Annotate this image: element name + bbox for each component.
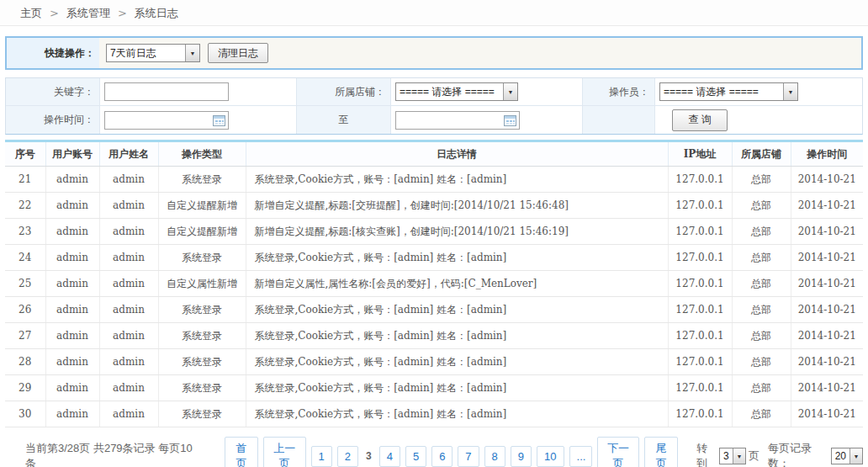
operator-select[interactable]: ===== 请选择 ===== ▼: [659, 82, 798, 101]
quick-actions-bar: 快捷操作： 7天前日志 ▼ 清理日志: [5, 36, 863, 70]
table-row: 29adminadmin系统登录系统登录,Cookie方式，账号：[admin]…: [5, 375, 863, 401]
calendar-icon[interactable]: [213, 114, 225, 126]
goto-page-select-value: 3: [720, 450, 733, 462]
table-row: 25adminadmin自定义属性新增新增自定义属性,属性名称:[会员的爱好]，…: [5, 271, 863, 297]
page-size-select-value: 20: [832, 450, 849, 462]
goto-label: 转到: [696, 441, 717, 467]
time-to-label: 至: [297, 106, 391, 134]
table-cell: 127.0.0.1: [668, 193, 732, 219]
shop-select[interactable]: ===== 请选择 ===== ▼: [395, 82, 518, 101]
table-cell: 25: [5, 271, 45, 297]
table-cell: 总部: [732, 167, 791, 193]
chevron-down-icon: ▼: [185, 45, 199, 61]
table-cell: admin: [99, 297, 158, 323]
table-cell: 22: [5, 193, 45, 219]
table-row: 23adminadmin自定义提醒新增新增自定义提醒,标题:[核实查账]，创建时…: [5, 219, 863, 245]
column-header: IP地址: [668, 141, 732, 167]
page-number-button[interactable]: 6: [431, 446, 453, 467]
goto-page-select[interactable]: 3 ▼: [719, 448, 746, 464]
table-cell: admin: [99, 375, 158, 401]
table-cell: 系统登录,Cookie方式，账号：[admin] 姓名：[admin]: [246, 167, 668, 193]
time-from-cell: [100, 106, 297, 134]
breadcrumb-system-log[interactable]: 系统日志: [135, 7, 178, 19]
page-number-button[interactable]: 1: [311, 446, 332, 467]
table-cell: admin: [99, 349, 158, 375]
time-to-input[interactable]: [395, 111, 520, 130]
table-cell: 2014-10-21: [791, 297, 863, 323]
clear-logs-button[interactable]: 清理日志: [208, 43, 268, 63]
table-cell: 总部: [732, 323, 791, 349]
column-header: 操作类型: [158, 141, 246, 167]
table-cell: 系统登录: [158, 297, 246, 323]
first-page-button[interactable]: 首页: [225, 437, 258, 467]
chevron-down-icon: ▼: [849, 448, 862, 464]
table-cell: 127.0.0.1: [668, 167, 732, 193]
table-cell: 新增自定义提醒,标题:[交班提醒]，创建时间:[2014/10/21 15:46…: [246, 193, 668, 219]
table-cell: 21: [5, 167, 45, 193]
table-cell: admin: [99, 401, 158, 427]
table-cell: 127.0.0.1: [668, 323, 732, 349]
pagination-summary: 当前第3/28页 共279条记录 每页10条: [25, 441, 196, 467]
table-cell: 总部: [732, 297, 791, 323]
breadcrumb-separator: >: [50, 7, 59, 19]
table-cell: 127.0.0.1: [668, 297, 732, 323]
table-row: 30adminadmin系统登录系统登录,Cookie方式，账号：[admin]…: [5, 401, 863, 427]
shop-label: 所属店铺：: [297, 78, 391, 106]
calendar-icon[interactable]: [504, 114, 516, 126]
table-row: 21adminadmin系统登录系统登录,Cookie方式，账号：[admin]…: [5, 167, 863, 193]
goto-controls: 转到 3 ▼ 页 每页记录数： 20 ▼: [696, 441, 863, 467]
table-cell: 2014-10-21: [791, 245, 863, 271]
table-row: 22adminadmin自定义提醒新增新增自定义提醒,标题:[交班提醒]，创建时…: [5, 193, 863, 219]
keyword-input[interactable]: [104, 82, 229, 101]
page-number-button[interactable]: 9: [511, 446, 532, 467]
table-cell: 127.0.0.1: [668, 375, 732, 401]
time-to-cell: [391, 106, 583, 134]
table-cell: admin: [45, 401, 99, 427]
time-label: 操作时间：: [6, 106, 100, 134]
last-page-button[interactable]: 尾页: [644, 437, 678, 467]
operator-label: 操作员：: [583, 78, 655, 106]
table-cell: 总部: [732, 375, 791, 401]
table-cell: 总部: [732, 401, 791, 427]
table-footer: 当前第3/28页 共279条记录 每页10条 首页 上一页 1234567891…: [5, 427, 863, 467]
table-cell: 系统登录: [158, 349, 246, 375]
table-cell: 29: [5, 375, 45, 401]
breadcrumb-home[interactable]: 主页: [20, 7, 42, 19]
search-button-cell: 查 询: [655, 106, 862, 134]
prev-page-button[interactable]: 上一页: [263, 437, 306, 467]
column-header: 序号: [5, 141, 45, 167]
next-page-button[interactable]: 下一页: [597, 437, 640, 467]
time-from-input[interactable]: [104, 111, 229, 130]
table-cell: 自定义提醒新增: [158, 219, 246, 245]
table-cell: 总部: [732, 349, 791, 375]
breadcrumb-system-management[interactable]: 系统管理: [66, 7, 110, 19]
search-button[interactable]: 查 询: [672, 109, 728, 131]
empty-label-cell: [583, 106, 655, 134]
page-number-button[interactable]: 7: [458, 446, 479, 467]
page-size-select[interactable]: 20 ▼: [831, 448, 863, 464]
table-cell: 新增自定义属性,属性名称:[会员的爱好]，代码:[C_MenLover]: [246, 271, 668, 297]
table-cell: admin: [45, 219, 99, 245]
table-row: 27adminadmin系统登录系统登录,Cookie方式，账号：[admin]…: [5, 323, 863, 349]
page-number-button[interactable]: 8: [484, 446, 505, 467]
table-cell: 26: [5, 297, 45, 323]
breadcrumb: 主页>系统管理>系统日志: [0, 0, 868, 26]
page-number-button[interactable]: 10: [537, 446, 564, 467]
table-cell: 系统登录,Cookie方式，账号：[admin] 姓名：[admin]: [246, 297, 668, 323]
table-cell: 27: [5, 323, 45, 349]
table-cell: admin: [99, 271, 158, 297]
ellipsis-page-button[interactable]: ...: [569, 446, 592, 467]
table-cell: 新增自定义提醒,标题:[核实查账]，创建时间:[2014/10/21 15:46…: [246, 219, 668, 245]
keyword-label: 关键字：: [6, 78, 100, 106]
page-number-button[interactable]: 4: [379, 446, 400, 467]
page-number-button[interactable]: 5: [405, 446, 426, 467]
log-age-select[interactable]: 7天前日志 ▼: [106, 44, 200, 62]
table-cell: admin: [45, 245, 99, 271]
table-cell: admin: [45, 271, 99, 297]
table-row: 24adminadmin系统登录系统登录,Cookie方式，账号：[admin]…: [5, 245, 863, 271]
table-cell: 系统登录,Cookie方式，账号：[admin] 姓名：[admin]: [246, 323, 668, 349]
page-size-label: 每页记录数：: [768, 441, 828, 467]
page-number-button[interactable]: 2: [337, 446, 358, 467]
table-cell: 总部: [732, 245, 791, 271]
table-cell: 系统登录,Cookie方式，账号：[admin] 姓名：[admin]: [246, 245, 668, 271]
